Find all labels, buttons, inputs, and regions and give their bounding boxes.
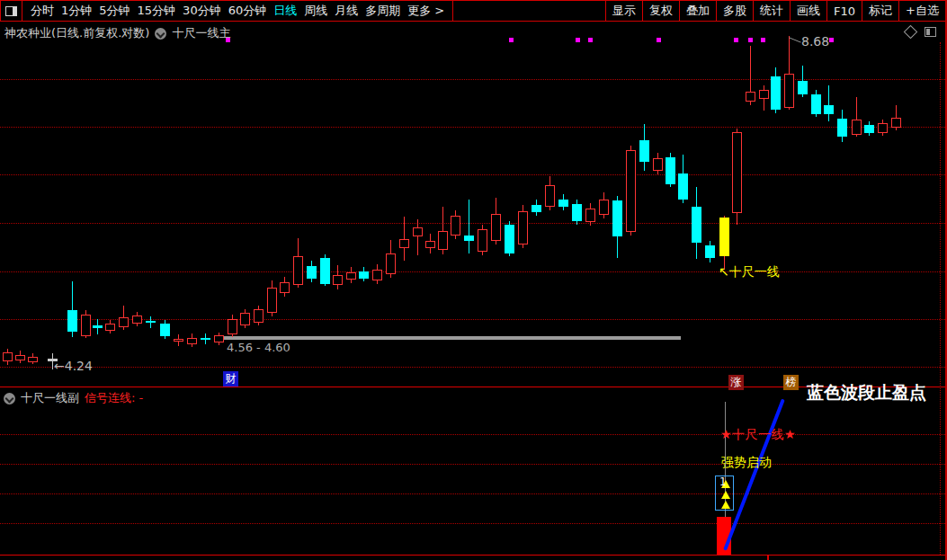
diamond-icon[interactable]	[904, 25, 918, 40]
adjust-rights-button[interactable]: 复权	[642, 1, 679, 21]
signal-dot	[761, 38, 765, 42]
period-tab-5[interactable]: 60分钟	[225, 3, 271, 19]
candle	[771, 76, 781, 110]
period-tab-1[interactable]: 1分钟	[58, 3, 95, 19]
candle	[692, 207, 701, 243]
multi-stock-button[interactable]: 多股	[716, 1, 753, 21]
sub-baseline	[0, 555, 947, 556]
candle	[372, 270, 382, 280]
kline-signal-label: ↖十尺一线	[719, 264, 780, 280]
chart-title: 神农种业(日线.前复权.对数)	[4, 25, 149, 41]
sub-panel-header: 十尺一线副 信号连线: -	[4, 390, 143, 406]
candle	[93, 325, 103, 328]
statistics-button[interactable]: 统计	[753, 1, 790, 21]
candle	[545, 185, 555, 207]
signal-dot	[734, 38, 738, 42]
candle	[174, 339, 183, 342]
candle	[293, 256, 303, 285]
candle	[585, 209, 595, 222]
candle	[3, 352, 13, 361]
mark-button[interactable]: 标记	[862, 1, 898, 21]
grid-line-sub	[0, 523, 947, 524]
candle	[214, 335, 224, 342]
candle	[451, 216, 460, 236]
candle	[425, 241, 435, 248]
add-watchlist-button[interactable]: +自选	[898, 1, 945, 21]
candle	[891, 118, 901, 128]
candle	[837, 119, 847, 137]
period-tab-7[interactable]: 周线	[300, 3, 331, 19]
top-toolbar: 分时1分钟5分钟15分钟30分钟60分钟日线周线月线多周期更多 > 显示复权叠加…	[0, 0, 945, 22]
finance-badge: 财	[223, 371, 238, 387]
candle	[491, 214, 501, 241]
time-axis-tick	[767, 556, 769, 560]
window-layout-button[interactable]	[0, 1, 22, 21]
signal-count-label: 1	[719, 476, 727, 488]
signal-dot	[576, 38, 580, 42]
candle	[759, 90, 769, 99]
candle	[240, 313, 250, 325]
candle	[784, 74, 794, 108]
candle	[626, 150, 636, 232]
box-level-line	[223, 336, 681, 340]
signal-line-label: 信号连线: -	[85, 390, 143, 406]
chart-title-bar: 神农种业(日线.前复权.对数) 十尺一线主	[4, 25, 230, 41]
panel-divider	[0, 387, 947, 387]
candle-wick	[469, 200, 469, 253]
period-tabs: 分时1分钟5分钟15分钟30分钟60分钟日线周线月线多周期更多 >	[22, 1, 453, 21]
collapse-chevron-icon[interactable]	[155, 28, 166, 40]
signal-dot	[657, 38, 661, 42]
period-tab-3[interactable]: 15分钟	[134, 3, 180, 19]
grid-line-main	[0, 271, 947, 272]
candle	[132, 316, 142, 324]
signal-dot	[509, 38, 514, 42]
candle	[81, 315, 91, 336]
candle	[105, 324, 115, 331]
toolbar-right-buttons: 显示复权叠加多股统计画线F10标记+自选	[605, 1, 945, 21]
period-tab-4[interactable]: 30分钟	[179, 3, 225, 19]
candle	[119, 317, 129, 327]
ranking-badge: 榜	[783, 375, 799, 390]
high-price-pointer	[789, 37, 800, 42]
launch-signal-label: 强势启动	[721, 455, 772, 471]
signal-dot	[829, 38, 834, 42]
f10-button[interactable]: F10	[826, 1, 862, 21]
period-tab-6[interactable]: 日线	[270, 3, 300, 19]
grid-line-main	[0, 174, 947, 175]
split-window-icon	[5, 6, 17, 16]
overlay-button[interactable]: 叠加	[679, 1, 716, 21]
candle-wick	[52, 353, 53, 369]
candle	[666, 157, 675, 184]
period-tab-9[interactable]: 多周期	[362, 3, 404, 19]
blue-band-note-label: 蓝色波段止盈点	[807, 381, 926, 404]
candle	[746, 92, 755, 102]
candle	[438, 231, 448, 250]
signal-dot	[588, 38, 593, 42]
low-price-label: ←4.24	[54, 359, 93, 373]
period-tab-10[interactable]: 更多 >	[404, 3, 448, 19]
collapse-chevron-icon[interactable]	[4, 393, 15, 404]
candle	[678, 173, 688, 200]
display-button[interactable]: 显示	[605, 1, 642, 21]
candle	[719, 218, 729, 256]
candle	[386, 253, 396, 274]
candle	[572, 204, 582, 221]
period-tab-2[interactable]: 5分钟	[95, 3, 133, 19]
tdx-chart-window: 分时1分钟5分钟15分钟30分钟60分钟日线周线月线多周期更多 > 显示复权叠加…	[0, 0, 947, 560]
candle	[399, 239, 409, 248]
period-tab-0[interactable]: 分时	[27, 3, 58, 19]
candle	[320, 258, 330, 284]
candle	[864, 125, 874, 133]
draw-line-button[interactable]: 画线	[790, 1, 826, 21]
candle	[307, 266, 317, 279]
candle	[824, 105, 834, 114]
period-tab-8[interactable]: 月线	[331, 3, 362, 19]
candle	[639, 140, 649, 162]
candle	[705, 245, 715, 258]
panel-layout-icon[interactable]	[925, 27, 936, 37]
candle	[464, 236, 474, 241]
candle	[160, 324, 170, 336]
candle	[201, 338, 210, 340]
candle	[612, 200, 622, 236]
grid-line-main	[0, 79, 947, 80]
